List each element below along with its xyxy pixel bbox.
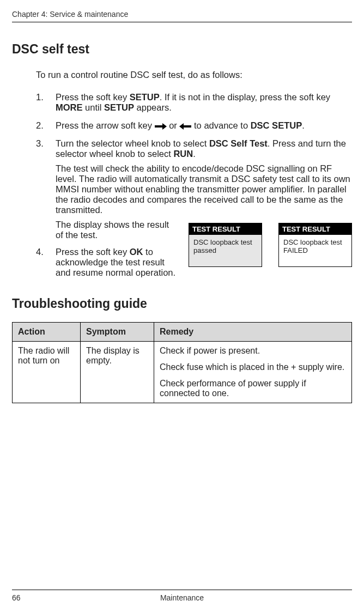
remedy-line: Check performance of power supply if con… bbox=[160, 379, 346, 398]
result-box-body: DSC loopback test passed bbox=[189, 235, 262, 266]
table-header-remedy: Remedy bbox=[154, 323, 352, 342]
remedy-line: Check fuse which is placed in the + supp… bbox=[160, 362, 346, 372]
key-run: RUN bbox=[173, 149, 193, 159]
step-2: 2. Press the arrow soft key or to advanc… bbox=[36, 120, 352, 131]
cell-symptom: The display is empty. bbox=[81, 342, 154, 403]
step-text: until bbox=[83, 102, 104, 112]
key-dsc-self-test: DSC Self Test bbox=[209, 138, 268, 148]
intro-text: To run a control routine DSC self test, … bbox=[36, 70, 352, 80]
arrow-left-icon bbox=[179, 123, 191, 130]
step-text: Turn the selector wheel knob to select bbox=[56, 138, 209, 148]
troubleshooting-title: Troubleshooting guide bbox=[12, 296, 352, 311]
step-text: or bbox=[169, 120, 179, 130]
svg-rect-2 bbox=[184, 125, 191, 128]
result-box-body: DSC loopback test FAILED bbox=[279, 235, 351, 266]
svg-rect-0 bbox=[155, 125, 162, 128]
step-text: . bbox=[193, 149, 196, 159]
step-3: 3. Turn the selector wheel knob to selec… bbox=[36, 138, 352, 278]
result-box-failed: TEST RESULT DSC loopback test FAILED bbox=[278, 223, 352, 267]
step-text: Press the soft key bbox=[56, 92, 130, 102]
table-header-symptom: Symptom bbox=[81, 323, 154, 342]
section-title: DSC self test bbox=[12, 42, 352, 57]
test-result-boxes: TEST RESULT DSC loopback test passed TES… bbox=[189, 223, 352, 267]
step-number: 4. bbox=[36, 247, 44, 257]
table-row: The radio will not turn on The display i… bbox=[13, 342, 352, 403]
step-3-paragraph: The test will check the ability to encod… bbox=[56, 163, 352, 215]
step-list: 1. Press the soft key SETUP. If it is no… bbox=[36, 92, 352, 278]
step-text: . bbox=[302, 120, 305, 130]
display-result-line: The display shows the result of the test… bbox=[56, 220, 178, 240]
key-ok: OK bbox=[130, 247, 143, 257]
result-box-header: TEST RESULT bbox=[189, 223, 262, 235]
key-more: MORE bbox=[56, 102, 83, 112]
troubleshooting-table: Action Symptom Remedy The radio will not… bbox=[12, 322, 352, 403]
svg-marker-3 bbox=[179, 123, 184, 130]
step-text: Press the soft key bbox=[56, 247, 130, 257]
step-number: 1. bbox=[36, 92, 44, 102]
result-box-header: TEST RESULT bbox=[279, 223, 351, 235]
result-box-passed: TEST RESULT DSC loopback test passed bbox=[189, 223, 262, 267]
step-text: Press the arrow soft key bbox=[56, 120, 155, 130]
table-header-action: Action bbox=[13, 323, 81, 342]
step-number: 2. bbox=[36, 120, 44, 131]
step-1: 1. Press the soft key SETUP. If it is no… bbox=[36, 92, 352, 113]
step-number: 3. bbox=[36, 138, 44, 149]
step-text: to advance to bbox=[194, 120, 251, 130]
page-number: 66 bbox=[12, 593, 34, 602]
step-text: . If it is not in the display, press the… bbox=[160, 92, 330, 102]
page-footer: 66 Maintenance bbox=[12, 590, 352, 602]
key-dsc-setup: DSC SETUP bbox=[251, 120, 302, 130]
arrow-right-icon bbox=[155, 123, 167, 130]
step-text: appears. bbox=[134, 102, 172, 112]
chapter-header: Chapter 4: Service & maintenance bbox=[12, 10, 352, 22]
key-setup: SETUP bbox=[130, 92, 160, 102]
cell-remedy: Check if power is present. Check fuse wh… bbox=[154, 342, 352, 403]
key-setup: SETUP bbox=[104, 102, 134, 112]
svg-marker-1 bbox=[162, 123, 167, 130]
footer-title: Maintenance bbox=[34, 593, 330, 602]
cell-action: The radio will not turn on bbox=[13, 342, 81, 403]
remedy-line: Check if power is present. bbox=[160, 346, 346, 356]
